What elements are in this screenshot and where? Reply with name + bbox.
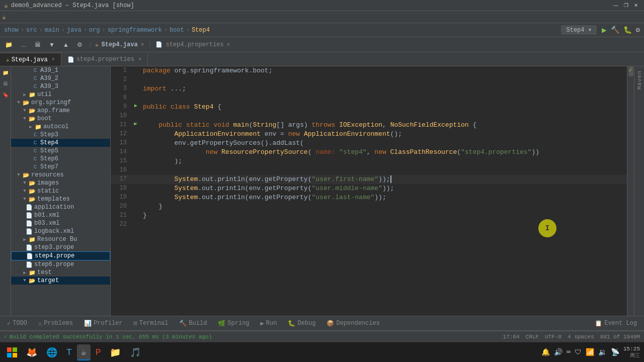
tree-item-b01-xml[interactable]: 📄 b01.xml <box>11 211 110 219</box>
project-view-btn[interactable]: 📁 <box>2 40 16 49</box>
tree-item-boot[interactable]: ▼ 📂 boot <box>11 115 110 123</box>
nav-java[interactable]: java <box>67 27 82 34</box>
tab-spring[interactable]: 🌿 Spring <box>213 319 254 328</box>
tab-build[interactable]: 🔨 Build <box>174 319 212 328</box>
tree-item-step6[interactable]: C Step6 <box>11 155 110 163</box>
prop-icon: 📄 <box>25 204 33 211</box>
line-count[interactable]: 881 of 1949M <box>600 334 640 340</box>
indent-setting[interactable]: 4 spaces <box>568 334 594 340</box>
taskbar-antivirus-icon: 🛡 <box>575 348 582 356</box>
taskbar-firefox[interactable]: 🦊 <box>22 344 41 360</box>
tree-item-templates[interactable]: ▼ 📂 templates <box>11 195 110 203</box>
tree-label: templates <box>37 196 70 203</box>
settings-btn[interactable]: ⚙ <box>74 40 86 49</box>
nav-org[interactable]: org <box>89 27 100 34</box>
nav-step4[interactable]: Step4 <box>192 27 210 34</box>
tab-debug[interactable]: 🐛 Debug <box>283 319 320 328</box>
tab-close-java[interactable]: × <box>52 57 55 62</box>
nav-springframework[interactable]: springframework <box>108 27 162 34</box>
project-icon[interactable]: 📁 <box>1 68 10 77</box>
tab-problems[interactable]: ⚠ Problems <box>33 319 78 328</box>
tree-item-step3-prop[interactable]: 📄 step3.prope <box>11 243 110 251</box>
close-button[interactable]: ✕ <box>632 2 640 10</box>
tree-item-images[interactable]: ▼ 📂 images <box>11 179 110 187</box>
tree-item-org-springf[interactable]: ▼ 📂 org.springf <box>11 99 110 107</box>
code-line-3: 3 import ...; <box>111 84 627 94</box>
taskbar-apps: 🦊 🌐 T ☕ P 📁 🎵 <box>22 344 541 360</box>
folder-icon: 📂 <box>22 100 30 106</box>
tab-close-prop[interactable]: × <box>138 57 141 62</box>
taskbar-powerpoint[interactable]: P <box>92 344 105 360</box>
tree-item-A39_1[interactable]: C A39_1 <box>11 66 110 74</box>
tree-item-aop-frame[interactable]: ▼ 📂 aop.frame <box>11 107 110 115</box>
tree-item-step5[interactable]: C Step5 <box>11 147 110 155</box>
taskbar-files[interactable]: 📁 <box>106 344 125 360</box>
run-button[interactable]: ▶ <box>602 25 607 35</box>
tree-item-test[interactable]: ▶ 📁 test <box>11 268 110 277</box>
bookmark-icon[interactable]: 🔖 <box>1 90 10 100</box>
maximize-button[interactable]: ❐ <box>622 2 630 10</box>
prop-file-icon: 📄 <box>67 56 74 63</box>
tree-item-resources[interactable]: ▼ 📂 resources <box>11 171 110 179</box>
tree-item-A39_2[interactable]: C A39_2 <box>11 74 110 82</box>
taskbar-intellij[interactable]: ☕ <box>77 344 91 360</box>
tree-item-target[interactable]: ▼ 📂 target <box>11 277 110 285</box>
run-gutter-icon[interactable]: ▶ <box>134 103 137 109</box>
nav-src[interactable]: src <box>26 27 37 34</box>
taskbar-notepad[interactable]: T <box>62 344 76 360</box>
taskbar-time[interactable]: 15:25 周三 <box>623 346 640 359</box>
tree-label: target <box>37 277 59 284</box>
editor-scrollbar[interactable]: ✓ <box>627 66 634 316</box>
tree-item-A39_3[interactable]: C A39_3 <box>11 82 110 90</box>
maven-label[interactable]: Maven <box>636 68 642 92</box>
tree-label: A39_3 <box>40 83 58 90</box>
minimize-button[interactable]: — <box>612 2 620 10</box>
tab-profiler[interactable]: 📊 Profiler <box>79 319 128 328</box>
nav-boot[interactable]: boot <box>170 27 184 34</box>
collapse-btn[interactable]: ▼ <box>46 40 58 49</box>
debug-button[interactable]: 🐛 <box>623 26 632 34</box>
run-config-dropdown[interactable]: Step4 ▾ <box>561 25 596 35</box>
tree-item-autocol[interactable]: ▶ 📁 autocol <box>11 123 110 131</box>
expand-arrow: ▼ <box>21 278 28 283</box>
nav-show[interactable]: show <box>4 27 19 34</box>
tab-run[interactable]: ▶ Run <box>256 319 282 328</box>
tree-item-step7[interactable]: C Step7 <box>11 163 110 171</box>
tab-todo[interactable]: ✓ TODO <box>2 319 32 328</box>
structure-btn[interactable]: 🏛 <box>32 40 44 49</box>
tree-label: Step4 <box>40 139 58 146</box>
structure-icon[interactable]: 🏛 <box>1 79 10 88</box>
cursor-position[interactable]: 17:64 <box>503 334 520 340</box>
nav-main[interactable]: main <box>45 27 59 34</box>
tree-item-step4-prop[interactable]: 📄 step4.prope <box>11 251 110 260</box>
java-icon: C <box>31 140 39 146</box>
tab-terminal[interactable]: ⊡ Terminal <box>129 319 174 328</box>
tab-dependencies[interactable]: 📦 Dependencies <box>321 319 384 328</box>
settings-toolbar-btn[interactable]: ⚙ <box>636 26 640 34</box>
start-button[interactable] <box>2 343 22 361</box>
folder-icon: 📂 <box>28 180 36 187</box>
code-editor[interactable]: 1 package org.springframework.boot; 2 3 … <box>111 66 627 316</box>
encoding[interactable]: UTF-8 <box>545 334 561 340</box>
tree-item-util[interactable]: ▶ 📁 util <box>11 90 110 99</box>
tab-step4-properties[interactable]: 📄 step4.properties × <box>61 53 148 66</box>
date-display: 周三 <box>623 352 640 359</box>
tree-item-logback-xml[interactable]: 📄 logback.xml <box>11 227 110 235</box>
tree-item-static[interactable]: ▼ 📂 static <box>11 187 110 195</box>
line-ending[interactable]: CRLF <box>526 334 539 340</box>
expand-btn[interactable]: ▲ <box>60 40 72 49</box>
tab-run-label: Run <box>266 320 277 327</box>
tree-item-resource-bu[interactable]: ▶ 📁 Resource Bu <box>11 235 110 243</box>
code-line-19: 19 System.out.println(env.getProperty("u… <box>111 193 627 202</box>
taskbar-vlc[interactable]: 🎵 <box>126 344 145 360</box>
taskbar-browser[interactable]: 🌐 <box>42 344 61 360</box>
tree-item-step6-prop[interactable]: 📄 step6.prope <box>11 260 110 268</box>
tab-event-log[interactable]: 📋 Event Log <box>590 319 642 328</box>
nav-back-btn[interactable]: … <box>18 40 30 49</box>
tree-item-step4[interactable]: C Step4 <box>11 139 110 147</box>
tree-item-b03-xml[interactable]: 📄 b03.xml <box>11 219 110 227</box>
build-button[interactable]: 🔨 <box>611 26 619 34</box>
tree-item-application-prop[interactable]: 📄 application <box>11 203 110 211</box>
tree-item-step3[interactable]: C Step3 <box>11 131 110 139</box>
tab-step4-java[interactable]: ☕ Step4.java × <box>0 53 61 66</box>
